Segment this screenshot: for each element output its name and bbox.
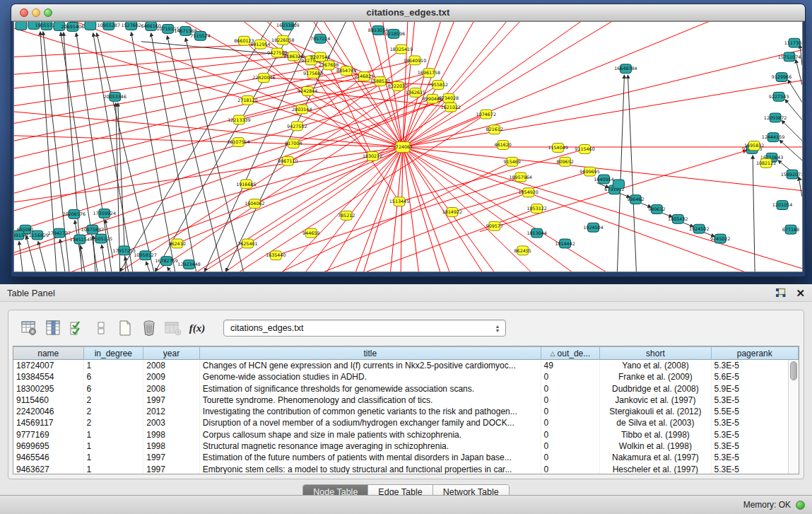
graph-node[interactable]: 862410 — [168, 239, 185, 248]
graph-node[interactable]: 1924502 — [689, 224, 709, 233]
graph-node[interactable]: 16648784 — [614, 64, 637, 74]
function-builder-icon[interactable]: f(x) — [187, 317, 208, 339]
graph-node[interactable]: 2718120 — [237, 95, 257, 105]
graph-node[interactable]: 2803144 — [292, 105, 312, 114]
graph-node[interactable]: 817004 — [285, 139, 302, 148]
graph-node[interactable]: 785212 — [338, 211, 355, 220]
graph-node[interactable]: 809652 — [556, 157, 573, 166]
graph-node[interactable]: 1635440 — [266, 251, 286, 260]
graph-node[interactable]: 1916685 — [236, 180, 256, 189]
table-row[interactable]: 946362711997Embryonic stem cells: a mode… — [13, 464, 799, 474]
delete-rows-icon[interactable] — [139, 317, 160, 339]
graph-node[interactable]: 1082122 — [756, 158, 776, 168]
graph-node[interactable] — [613, 180, 624, 189]
table-row[interactable]: 977716911998Corpus callosum shape and si… — [13, 429, 799, 440]
column-header-pagerank[interactable]: pagerank — [712, 346, 799, 359]
table-row[interactable]: 1830029562008Estimation of significance … — [13, 383, 799, 395]
vertical-scrollbar[interactable] — [788, 360, 799, 474]
column-header-year[interactable]: year — [143, 346, 200, 359]
graph-node[interactable]: 1527602 — [122, 22, 141, 30]
graph-node[interactable]: 10975887 — [81, 225, 104, 234]
select-all-icon[interactable] — [66, 317, 88, 339]
graph-node[interactable]: 20053346 — [104, 92, 126, 101]
table-row[interactable]: 969969511998Structural magnetic resonanc… — [13, 440, 799, 452]
graph-node[interactable]: 1154049 — [548, 144, 567, 153]
graph-node[interactable]: 6734028 — [439, 93, 459, 103]
graph-node[interactable]: 939154 — [14, 230, 27, 240]
graph-node[interactable]: 10958127 — [134, 251, 156, 260]
column-header-name[interactable]: name — [13, 346, 84, 359]
graph-node[interactable]: 1513445 — [389, 197, 409, 206]
graph-node[interactable]: 22420046 — [252, 74, 275, 83]
close-panel-icon[interactable]: ✕ — [796, 288, 805, 298]
graph-node[interactable]: 17359924 — [93, 209, 116, 218]
graph-node[interactable]: 1640954 — [594, 175, 613, 184]
graph-node[interactable] — [16, 22, 27, 30]
graph-node[interactable]: 1621022 — [441, 103, 461, 112]
graph-node[interactable]: 20206576 — [63, 209, 86, 218]
graph-node[interactable]: 12444159 — [762, 133, 784, 142]
column-header-short[interactable]: short — [600, 346, 711, 359]
graph-node[interactable]: 1201054 — [772, 201, 792, 210]
graph-node[interactable]: 9242844 — [298, 86, 317, 95]
graph-node[interactable]: 10955287 — [98, 22, 120, 30]
graph-node[interactable]: 1117304 — [784, 38, 802, 47]
window-titlebar[interactable]: citations_edges.txt — [11, 4, 805, 21]
graph-node[interactable]: 17957253 — [112, 246, 135, 255]
graph-node[interactable]: 17942737 — [48, 228, 71, 238]
hub-node[interactable]: 1724061 — [393, 142, 413, 153]
graph-node[interactable]: 12093872 — [764, 113, 787, 122]
graph-node[interactable]: 7857224 — [310, 34, 330, 43]
table-row[interactable]: 911546021997Tourette syndrome. Phenomeno… — [13, 395, 799, 406]
scrollbar-thumb[interactable] — [790, 361, 797, 380]
new-table-icon[interactable] — [114, 317, 136, 339]
graph-node[interactable]: 1853122 — [526, 204, 546, 214]
graph-node[interactable]: 18640910 — [404, 56, 426, 65]
graph-node[interactable]: 7955812 — [428, 81, 448, 90]
graph-node[interactable]: 936462 — [627, 195, 644, 204]
graph-node[interactable]: 8912954 — [250, 40, 270, 49]
graph-node[interactable]: 16782759 — [155, 257, 177, 266]
clear-selection-icon[interactable] — [90, 317, 112, 339]
graph-node[interactable]: 1345154 — [70, 235, 90, 244]
graph-node[interactable] — [85, 22, 96, 30]
graph-node[interactable]: 862455 — [514, 246, 531, 255]
table-row[interactable]: 946554611997Estimation of the future num… — [13, 452, 799, 463]
graph-node[interactable]: 677188 — [782, 225, 799, 234]
graph-node[interactable]: 1814922 — [442, 208, 462, 217]
graph-node[interactable]: 16107554 — [227, 138, 249, 147]
graph-node[interactable]: 12923448 — [177, 260, 200, 269]
graph-node[interactable]: 7625401 — [237, 239, 257, 248]
graph-node[interactable]: 12213339 — [228, 115, 250, 124]
graph-node[interactable]: 11156829 — [26, 230, 49, 240]
column-header-title[interactable]: title — [200, 346, 541, 359]
table-row[interactable]: 1872400712008Changes of HCN gene express… — [13, 360, 799, 371]
graph-node[interactable]: 1924504 — [583, 223, 603, 232]
graph-node[interactable]: 9115460 — [575, 145, 594, 154]
table-settings-icon[interactable] — [18, 317, 40, 339]
graph-node[interactable]: 9129966 — [772, 73, 792, 82]
graph-node[interactable]: 15751074 — [778, 52, 801, 62]
graph-node[interactable]: 1813044 — [526, 228, 546, 238]
graph-node[interactable]: 9175685 — [303, 69, 323, 78]
graph-node[interactable]: 1805432 — [668, 214, 688, 223]
graph-node[interactable]: 9699695 — [579, 167, 599, 176]
table-row[interactable]: 2242004622012Investigating the contribut… — [13, 406, 799, 417]
graph-node[interactable]: 16961758 — [418, 69, 440, 78]
graph-node[interactable]: 461620 — [495, 141, 512, 150]
graph-node[interactable]: 1814442 — [555, 239, 575, 248]
table-row[interactable]: 1456911722003Disruption of a novel membe… — [13, 417, 799, 428]
graph-node[interactable]: 16033809 — [276, 22, 299, 30]
float-panel-icon[interactable] — [775, 288, 786, 298]
table-row[interactable]: 1938455462009Genome-wide association stu… — [13, 371, 799, 382]
column-header-out_de[interactable]: △out_de... — [541, 346, 601, 359]
network-canvas[interactable]: 1905572420691406109552871527602646616010… — [13, 21, 803, 272]
graph-node[interactable]: 18325419 — [390, 45, 413, 54]
graph-node[interactable]: 1604062 — [245, 199, 264, 209]
graph-node[interactable]: 7515524 — [190, 31, 210, 40]
graph-node[interactable]: 1830212 — [363, 151, 382, 160]
select-columns-icon[interactable] — [42, 317, 64, 339]
graph-node[interactable]: 980612 — [648, 205, 665, 214]
table-source-combobox[interactable]: citations_edges.txt ▲▼ — [223, 320, 506, 337]
column-header-in_degree[interactable]: in_degree — [84, 346, 144, 359]
